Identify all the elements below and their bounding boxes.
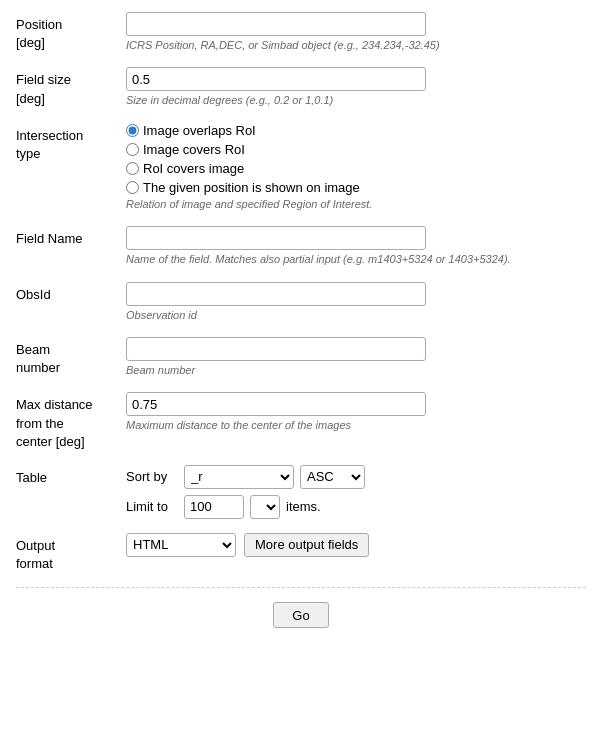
limit-select[interactable] bbox=[250, 495, 280, 519]
divider bbox=[16, 587, 586, 588]
obsid-label: ObsId bbox=[16, 282, 126, 304]
intersection-type-field: Image overlaps RoI Image covers RoI RoI … bbox=[126, 123, 586, 212]
output-format-label: Output format bbox=[16, 533, 126, 573]
beam-number-hint: Beam number bbox=[126, 363, 586, 378]
field-name-field: Name of the field. Matches also partial … bbox=[126, 226, 586, 267]
order-select[interactable]: ASC DESC bbox=[300, 465, 365, 489]
format-select[interactable]: HTML VOTable CSV TSV FITS bbox=[126, 533, 236, 557]
output-format-row: Output format HTML VOTable CSV TSV FITS … bbox=[16, 533, 586, 573]
go-button[interactable]: Go bbox=[273, 602, 328, 628]
limit-input[interactable] bbox=[184, 495, 244, 519]
intersection-radio-covers-roi[interactable] bbox=[126, 143, 139, 156]
beam-number-row: Beam number Beam number bbox=[16, 337, 586, 378]
field-size-label: Field size [deg] bbox=[16, 67, 126, 107]
table-label: Table bbox=[16, 465, 126, 487]
max-distance-row: Max distance from the center [deg] Maxim… bbox=[16, 392, 586, 451]
table-sort-row: Sort by _r ASC DESC bbox=[126, 465, 586, 489]
more-output-fields-button[interactable]: More output fields bbox=[244, 533, 369, 557]
intersection-option-shown[interactable]: The given position is shown on image bbox=[126, 180, 586, 195]
beam-number-input[interactable] bbox=[126, 337, 426, 361]
obsid-hint: Observation id bbox=[126, 308, 586, 323]
intersection-radio-group: Image overlaps RoI Image covers RoI RoI … bbox=[126, 123, 586, 195]
sort-by-label: Sort by bbox=[126, 469, 178, 484]
table-limit-row: Limit to items. bbox=[126, 495, 586, 519]
items-label: items. bbox=[286, 499, 321, 514]
limit-label: Limit to bbox=[126, 499, 178, 514]
max-distance-label: Max distance from the center [deg] bbox=[16, 392, 126, 451]
intersection-hint: Relation of image and specified Region o… bbox=[126, 197, 586, 212]
table-row: Table Sort by _r ASC DESC Limit to bbox=[16, 465, 586, 519]
field-size-input[interactable] bbox=[126, 67, 426, 91]
sort-by-select[interactable]: _r bbox=[184, 465, 294, 489]
go-row: Go bbox=[16, 602, 586, 648]
field-size-field: Size in decimal degrees (e.g., 0.2 or 1,… bbox=[126, 67, 586, 108]
field-name-hint: Name of the field. Matches also partial … bbox=[126, 252, 586, 267]
intersection-radio-shown[interactable] bbox=[126, 181, 139, 194]
intersection-type-label: Intersection type bbox=[16, 123, 126, 163]
position-label: Position [deg] bbox=[16, 12, 126, 52]
output-format-field: HTML VOTable CSV TSV FITS More output fi… bbox=[126, 533, 586, 557]
obsid-input[interactable] bbox=[126, 282, 426, 306]
position-field: ICRS Position, RA,DEC, or Simbad object … bbox=[126, 12, 586, 53]
intersection-option-roi-covers[interactable]: RoI covers image bbox=[126, 161, 586, 176]
obsid-row: ObsId Observation id bbox=[16, 282, 586, 323]
beam-number-field: Beam number bbox=[126, 337, 586, 378]
intersection-option-covers-roi[interactable]: Image covers RoI bbox=[126, 142, 586, 157]
field-name-row: Field Name Name of the field. Matches al… bbox=[16, 226, 586, 267]
table-field: Sort by _r ASC DESC Limit to items. bbox=[126, 465, 586, 519]
intersection-radio-roi-covers[interactable] bbox=[126, 162, 139, 175]
max-distance-input[interactable] bbox=[126, 392, 426, 416]
position-hint: ICRS Position, RA,DEC, or Simbad object … bbox=[126, 38, 586, 53]
position-input[interactable] bbox=[126, 12, 426, 36]
field-size-hint: Size in decimal degrees (e.g., 0.2 or 1,… bbox=[126, 93, 586, 108]
max-distance-field: Maximum distance to the center of the im… bbox=[126, 392, 586, 433]
table-row-content: Sort by _r ASC DESC Limit to items. bbox=[126, 465, 586, 519]
field-name-input[interactable] bbox=[126, 226, 426, 250]
field-name-label: Field Name bbox=[16, 226, 126, 248]
intersection-radio-overlaps[interactable] bbox=[126, 124, 139, 137]
intersection-type-row: Intersection type Image overlaps RoI Ima… bbox=[16, 123, 586, 212]
field-size-row: Field size [deg] Size in decimal degrees… bbox=[16, 67, 586, 108]
position-row: Position [deg] ICRS Position, RA,DEC, or… bbox=[16, 12, 586, 53]
obsid-field: Observation id bbox=[126, 282, 586, 323]
form-container: Position [deg] ICRS Position, RA,DEC, or… bbox=[0, 0, 602, 660]
max-distance-hint: Maximum distance to the center of the im… bbox=[126, 418, 586, 433]
output-row-content: HTML VOTable CSV TSV FITS More output fi… bbox=[126, 533, 586, 557]
beam-number-label: Beam number bbox=[16, 337, 126, 377]
intersection-option-overlaps[interactable]: Image overlaps RoI bbox=[126, 123, 586, 138]
